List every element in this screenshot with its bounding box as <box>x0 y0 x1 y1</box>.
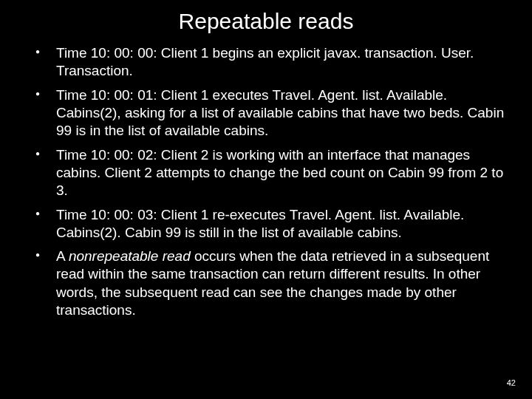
bullet-list: Time 10: 00: 00: Client 1 begins an expl… <box>35 44 505 319</box>
bullet-lead: A <box>56 248 69 264</box>
bullet-text: Time 10: 00: 00: Client 1 begins an expl… <box>56 45 474 78</box>
slide-body: Time 10: 00: 00: Client 1 begins an expl… <box>0 37 532 319</box>
page-number: 42 <box>507 378 516 387</box>
bullet-text: Time 10: 00: 01: Client 1 executes Trave… <box>56 87 504 139</box>
bullet-text: Time 10: 00: 02: Client 2 is working wit… <box>56 147 503 199</box>
bullet-italic: nonrepeatable read <box>69 248 191 264</box>
slide: Repeatable reads Time 10: 00: 00: Client… <box>0 0 532 399</box>
bullet-item: Time 10: 00: 01: Client 1 executes Trave… <box>35 86 505 140</box>
bullet-item: Time 10: 00: 02: Client 2 is working wit… <box>35 146 505 200</box>
bullet-text: Time 10: 00: 03: Client 1 re-executes Tr… <box>56 207 464 240</box>
bullet-item: A nonrepeatable read occurs when the dat… <box>35 248 505 319</box>
slide-title: Repeatable reads <box>0 0 532 37</box>
bullet-item: Time 10: 00: 00: Client 1 begins an expl… <box>35 44 505 81</box>
bullet-item: Time 10: 00: 03: Client 1 re-executes Tr… <box>35 206 505 242</box>
